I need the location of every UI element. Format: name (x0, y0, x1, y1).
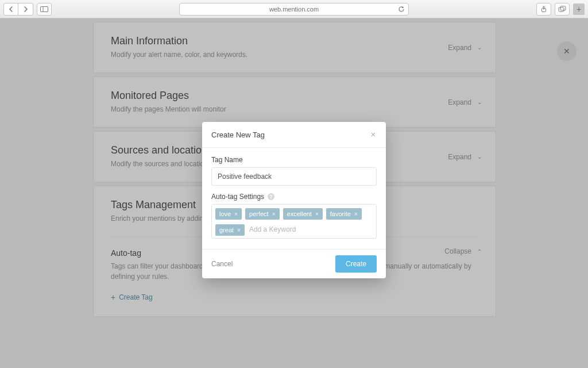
keyword-pill[interactable]: excellent× (283, 208, 323, 220)
modal-close-button[interactable]: × (370, 130, 377, 139)
auto-tag-label: Auto-tag Settings ? (211, 193, 377, 201)
remove-keyword-icon[interactable]: × (315, 211, 319, 217)
address-bar[interactable]: web.mention.com (179, 3, 409, 16)
tabs-button[interactable] (555, 3, 570, 16)
keyword-pillbox[interactable]: love×perfect×excellent×favorite×great× (211, 204, 377, 239)
chevron-right-icon (24, 6, 28, 12)
new-tab-button[interactable]: + (573, 3, 585, 15)
modal-body: Tag Name Auto-tag Settings ? love×perfec… (202, 148, 386, 249)
remove-keyword-icon[interactable]: × (354, 211, 358, 217)
remove-keyword-icon[interactable]: × (272, 211, 276, 217)
svg-rect-4 (560, 6, 566, 10)
keyword-pill-label: perfect (249, 210, 269, 217)
keyword-pill-label: excellent (287, 210, 312, 217)
cancel-button[interactable]: Cancel (211, 260, 233, 268)
keyword-pill[interactable]: love× (215, 208, 242, 220)
reload-button[interactable] (398, 6, 405, 13)
svg-rect-3 (559, 7, 564, 12)
tag-name-label: Tag Name (211, 156, 377, 164)
forward-button[interactable] (18, 3, 33, 16)
share-button[interactable] (536, 3, 551, 16)
browser-toolbar: web.mention.com + (0, 0, 588, 18)
keyword-input[interactable] (248, 223, 373, 237)
modal-title: Create New Tag (211, 131, 370, 139)
close-icon: × (371, 130, 376, 139)
sidebar-icon (40, 6, 48, 12)
sidebar-toggle-button[interactable] (37, 3, 52, 16)
tabs-icon (558, 6, 566, 12)
back-button[interactable] (3, 3, 18, 16)
keyword-pill-label: love (219, 210, 231, 217)
tag-name-input[interactable] (211, 167, 377, 186)
chevron-left-icon (9, 6, 13, 12)
remove-keyword-icon[interactable]: × (234, 211, 238, 217)
keyword-pill-label: great (219, 227, 234, 233)
svg-rect-0 (41, 6, 48, 12)
auto-tag-label-text: Auto-tag Settings (211, 193, 264, 201)
modal-header: Create New Tag × (202, 122, 386, 148)
share-icon (540, 6, 547, 13)
keyword-pill[interactable]: perfect× (245, 208, 279, 220)
keyword-pill-label: favorite (330, 210, 351, 217)
create-button[interactable]: Create (335, 255, 377, 273)
info-icon[interactable]: ? (268, 193, 274, 200)
keyword-pill[interactable]: favorite× (326, 208, 362, 220)
address-bar-text: web.mention.com (269, 6, 319, 13)
reload-icon (398, 6, 405, 13)
modal-footer: Cancel Create (202, 249, 386, 278)
keyword-pill[interactable]: great× (215, 224, 245, 236)
page: Main Information Modify your alert name,… (0, 18, 588, 368)
create-tag-modal: Create New Tag × Tag Name Auto-tag Setti… (202, 122, 386, 278)
plus-icon: + (577, 5, 581, 13)
remove-keyword-icon[interactable]: × (237, 227, 241, 233)
